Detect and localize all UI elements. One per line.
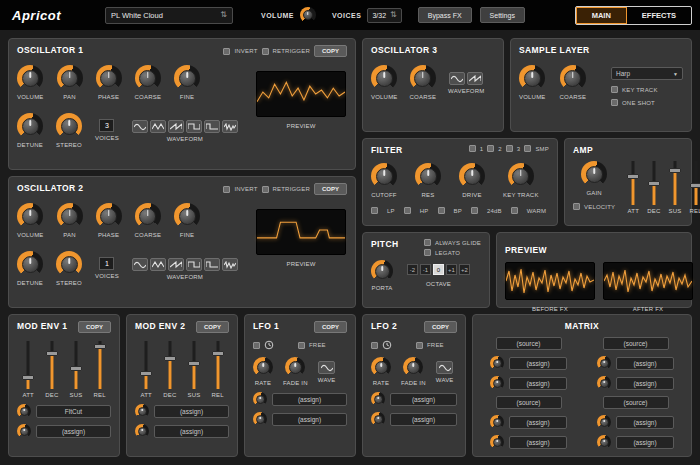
24db-checkbox[interactable] bbox=[471, 207, 478, 214]
phase-knob[interactable] bbox=[96, 65, 122, 91]
sus-slider[interactable] bbox=[669, 161, 681, 205]
tab-effects[interactable]: EFFECTS bbox=[627, 7, 691, 24]
assign-slot[interactable]: (assign) bbox=[616, 416, 674, 429]
assign-slot[interactable]: (assign) bbox=[509, 357, 567, 370]
target-smp-checkbox[interactable] bbox=[524, 145, 531, 152]
fine-knob[interactable] bbox=[174, 203, 200, 229]
coarse-knob[interactable] bbox=[560, 65, 586, 91]
detune-knob[interactable] bbox=[17, 113, 43, 139]
velocity-checkbox[interactable] bbox=[573, 203, 580, 210]
stereo-knob[interactable] bbox=[56, 113, 82, 139]
one-shot-checkbox[interactable] bbox=[611, 99, 618, 106]
copy-button[interactable]: COPY bbox=[78, 321, 111, 333]
sus-slider[interactable] bbox=[188, 341, 200, 389]
phase-knob[interactable] bbox=[96, 203, 122, 229]
square-wave-button[interactable] bbox=[186, 258, 202, 271]
rel-slider[interactable] bbox=[212, 341, 224, 389]
volume-knob[interactable] bbox=[17, 203, 43, 229]
retrigger-checkbox[interactable] bbox=[262, 48, 269, 55]
att-slider[interactable] bbox=[140, 341, 152, 389]
lfo-wave-button[interactable] bbox=[436, 361, 453, 374]
copy-button[interactable]: COPY bbox=[196, 321, 229, 333]
saw-wave-button[interactable] bbox=[168, 120, 184, 133]
att-slider[interactable] bbox=[627, 161, 639, 205]
cutoff-knob[interactable] bbox=[371, 163, 397, 189]
master-volume-knob[interactable] bbox=[300, 7, 316, 23]
tab-main[interactable]: MAIN bbox=[576, 7, 627, 24]
rel-slider[interactable] bbox=[690, 161, 700, 205]
source-slot[interactable]: (source) bbox=[603, 337, 669, 350]
square-wave-button[interactable] bbox=[186, 120, 202, 133]
volume-knob[interactable] bbox=[17, 65, 43, 91]
pulse-wave-button[interactable] bbox=[204, 120, 220, 133]
invert-checkbox[interactable] bbox=[223, 186, 230, 193]
bypass-fx-button[interactable]: Bypass FX bbox=[418, 7, 472, 23]
matrix-amount-knob[interactable] bbox=[597, 435, 611, 449]
voices-value-box[interactable]: 1 bbox=[99, 257, 114, 270]
assign-slot[interactable]: (assign) bbox=[509, 416, 567, 429]
coarse-knob[interactable] bbox=[135, 203, 161, 229]
retrigger-checkbox[interactable] bbox=[262, 186, 269, 193]
target-2-checkbox[interactable] bbox=[487, 145, 494, 152]
fine-knob[interactable] bbox=[174, 65, 200, 91]
target-1-checkbox[interactable] bbox=[469, 145, 476, 152]
fade-in-knob[interactable] bbox=[285, 357, 305, 377]
octave-plus1-button[interactable]: +1 bbox=[446, 264, 457, 275]
rate-knob[interactable] bbox=[253, 357, 273, 377]
updown-arrows-icon[interactable]: ⇅ bbox=[390, 11, 397, 19]
mod-target-dropdown[interactable]: (assign) bbox=[154, 425, 229, 438]
key-track-checkbox[interactable] bbox=[611, 86, 618, 93]
triangle-wave-button[interactable] bbox=[150, 120, 166, 133]
octave-minus2-button[interactable]: -2 bbox=[407, 264, 418, 275]
noise-wave-button[interactable] bbox=[222, 120, 238, 133]
detune-knob[interactable] bbox=[17, 251, 43, 277]
mod-amount-knob[interactable] bbox=[135, 404, 149, 418]
voices-stepper[interactable]: 3/32 ⇅ bbox=[367, 8, 401, 23]
source-slot[interactable]: (source) bbox=[496, 337, 562, 350]
matrix-amount-knob[interactable] bbox=[597, 415, 611, 429]
octave-minus1-button[interactable]: -1 bbox=[420, 264, 431, 275]
sine-wave-button[interactable] bbox=[132, 258, 148, 271]
res-knob[interactable] bbox=[415, 163, 441, 189]
matrix-amount-knob[interactable] bbox=[490, 376, 504, 390]
mod-amount-knob[interactable] bbox=[371, 392, 385, 406]
settings-button[interactable]: Settings bbox=[480, 7, 525, 23]
stereo-knob[interactable] bbox=[56, 251, 82, 277]
porta-knob[interactable] bbox=[371, 260, 393, 282]
assign-slot[interactable]: (assign) bbox=[616, 436, 674, 449]
updown-arrows-icon[interactable]: ⇅ bbox=[220, 11, 227, 19]
matrix-amount-knob[interactable] bbox=[597, 356, 611, 370]
key-track-knob[interactable] bbox=[508, 163, 534, 189]
matrix-amount-knob[interactable] bbox=[490, 356, 504, 370]
assign-slot[interactable]: (assign) bbox=[509, 436, 567, 449]
dec-slider[interactable] bbox=[164, 341, 176, 389]
octave-0-button[interactable]: 0 bbox=[433, 264, 444, 275]
noise-wave-button[interactable] bbox=[222, 258, 238, 271]
pulse-wave-button[interactable] bbox=[204, 258, 220, 271]
saw-wave-button[interactable] bbox=[467, 72, 483, 85]
drive-knob[interactable] bbox=[459, 163, 485, 189]
saw-wave-button[interactable] bbox=[168, 258, 184, 271]
free-checkbox[interactable] bbox=[416, 342, 423, 349]
sus-slider[interactable] bbox=[70, 341, 82, 389]
fade-in-knob[interactable] bbox=[403, 357, 423, 377]
assign-slot[interactable]: (assign) bbox=[509, 377, 567, 390]
mod-target-dropdown[interactable]: (assign) bbox=[272, 393, 347, 406]
free-checkbox[interactable] bbox=[298, 342, 305, 349]
mod-target-dropdown[interactable]: (assign) bbox=[36, 425, 111, 438]
pan-knob[interactable] bbox=[57, 203, 83, 229]
pan-knob[interactable] bbox=[57, 65, 83, 91]
volume-knob[interactable] bbox=[519, 65, 545, 91]
tempo-sync-checkbox[interactable] bbox=[371, 342, 378, 349]
legato-checkbox[interactable] bbox=[424, 249, 431, 256]
octave-plus2-button[interactable]: +2 bbox=[459, 264, 470, 275]
att-slider[interactable] bbox=[22, 341, 34, 389]
preset-selector[interactable]: PL White Cloud ⇅ bbox=[105, 7, 233, 24]
matrix-amount-knob[interactable] bbox=[597, 376, 611, 390]
always-glide-checkbox[interactable] bbox=[424, 239, 431, 246]
mod-amount-knob[interactable] bbox=[253, 392, 267, 406]
lfo-wave-button[interactable] bbox=[318, 361, 335, 374]
copy-button[interactable]: COPY bbox=[424, 321, 457, 333]
instrument-dropdown[interactable]: Harp ▼ bbox=[611, 67, 683, 80]
mod-target-dropdown[interactable]: (assign) bbox=[272, 413, 347, 426]
